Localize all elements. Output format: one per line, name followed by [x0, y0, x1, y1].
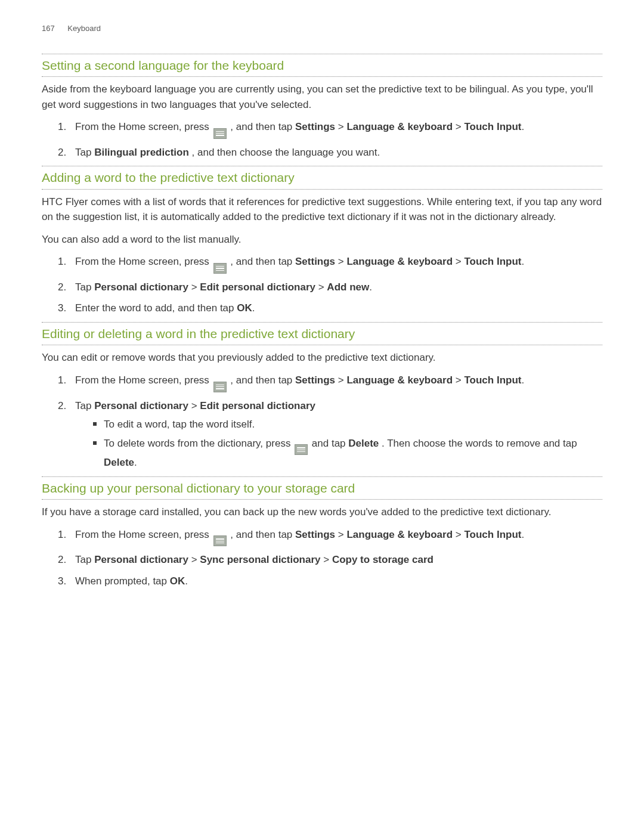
page-header: 167 Keyboard [42, 23, 602, 35]
step-1: From the Home screen, press , and then t… [69, 254, 602, 274]
section-edit-delete-word: Editing or deleting a word in the predic… [42, 322, 602, 470]
copy-to-storage-card-label: Copy to storage card [332, 554, 434, 565]
touch-input-label: Touch Input [464, 374, 521, 386]
step-2: Tap Personal dictionary > Edit personal … [69, 398, 602, 470]
personal-dictionary-label: Personal dictionary [94, 400, 188, 411]
section-heading: Backing up your personal dictionary to y… [42, 476, 602, 500]
period: . [134, 457, 137, 468]
language-keyboard-label: Language & keyboard [346, 121, 453, 132]
step-2: Tap Personal dictionary > Sync personal … [69, 552, 602, 568]
section-second-language: Setting a second language for the keyboa… [42, 54, 602, 160]
bullet-delete-word: To delete words from the dictionary, pre… [93, 436, 602, 470]
text: and tap [312, 438, 348, 449]
steps-list: From the Home screen, press , and then t… [42, 254, 602, 316]
step-1: From the Home screen, press , and then t… [69, 527, 602, 547]
language-keyboard-label: Language & keyboard [346, 529, 453, 540]
menu-icon [213, 382, 227, 392]
text: Tap [75, 400, 94, 411]
touch-input-label: Touch Input [464, 529, 521, 540]
period: . [521, 374, 524, 386]
section-intro: Aside from the keyboard language you are… [42, 82, 602, 112]
separator: > [338, 256, 347, 267]
period: . [252, 302, 255, 314]
ok-label: OK [170, 575, 185, 587]
section-intro-2: You can also add a word to the list manu… [42, 232, 602, 247]
text: Tap [75, 147, 94, 158]
bilingual-prediction-label: Bilingual prediction [94, 147, 189, 158]
text: . Then choose the words to remove and ta… [382, 438, 577, 449]
text: To edit a word, tap the word itself. [104, 419, 255, 430]
text: Tap [75, 281, 94, 293]
separator: > [191, 400, 200, 411]
touch-input-label: Touch Input [464, 256, 521, 267]
ok-label: OK [237, 302, 252, 314]
language-keyboard-label: Language & keyboard [346, 256, 453, 267]
section-intro: If you have a storage card installed, yo… [42, 504, 602, 520]
menu-icon [213, 263, 227, 274]
edit-personal-dictionary-label: Edit personal dictionary [200, 281, 315, 293]
section-heading: Editing or deleting a word in the predic… [42, 322, 602, 346]
period: . [521, 529, 524, 540]
page-number: 167 [42, 24, 55, 33]
delete-label: Delete [348, 438, 379, 449]
step-3: Enter the word to add, and then tap OK. [69, 301, 602, 316]
steps-list: From the Home screen, press , and then t… [42, 119, 602, 160]
separator: > [338, 374, 347, 386]
separator: > [338, 529, 347, 540]
text: , and then choose the language you want. [192, 147, 380, 158]
text: From the Home screen, press [75, 374, 212, 386]
separator: > [456, 256, 465, 267]
text: Tap [75, 554, 94, 565]
menu-icon [213, 535, 227, 546]
sub-bullets: To edit a word, tap the word itself. To … [75, 417, 602, 470]
step-2: Tap Personal dictionary > Edit personal … [69, 280, 602, 295]
step-2: Tap Bilingual prediction , and then choo… [69, 145, 602, 160]
section-backup-dictionary: Backing up your personal dictionary to y… [42, 476, 602, 589]
steps-list: From the Home screen, press , and then t… [42, 527, 602, 589]
step-1: From the Home screen, press , and then t… [69, 119, 602, 139]
settings-label: Settings [295, 121, 335, 132]
add-new-label: Add new [327, 281, 369, 293]
text: From the Home screen, press [75, 121, 212, 132]
separator: > [191, 554, 200, 565]
separator: > [338, 121, 347, 132]
section-intro: HTC Flyer comes with a list of words tha… [42, 194, 602, 225]
period: . [369, 281, 372, 293]
text: , and then tap [230, 374, 295, 386]
language-keyboard-label: Language & keyboard [346, 374, 453, 386]
steps-list: From the Home screen, press , and then t… [42, 373, 602, 470]
personal-dictionary-label: Personal dictionary [94, 554, 188, 565]
text: Enter the word to add, and then tap [75, 302, 237, 314]
touch-input-label: Touch Input [464, 121, 521, 132]
step-3: When prompted, tap OK. [69, 574, 602, 589]
separator: > [323, 554, 332, 565]
bullet-edit-word: To edit a word, tap the word itself. [93, 417, 602, 432]
section-heading: Setting a second language for the keyboa… [42, 54, 602, 78]
text: , and then tap [230, 529, 295, 540]
period: . [185, 575, 188, 587]
text: , and then tap [230, 121, 295, 132]
personal-dictionary-label: Personal dictionary [94, 281, 188, 293]
section-add-word: Adding a word to the predictive text dic… [42, 166, 602, 316]
section-intro: You can edit or remove words that you pr… [42, 350, 602, 366]
separator: > [456, 121, 465, 132]
separator: > [456, 374, 465, 386]
step-1: From the Home screen, press , and then t… [69, 373, 602, 392]
section-heading: Adding a word to the predictive text dic… [42, 166, 602, 190]
edit-personal-dictionary-label: Edit personal dictionary [200, 400, 315, 411]
separator: > [456, 529, 465, 540]
menu-icon [295, 444, 308, 455]
text: From the Home screen, press [75, 529, 212, 540]
delete-label: Delete [104, 457, 134, 468]
header-section-name: Keyboard [67, 24, 101, 33]
text: , and then tap [230, 256, 295, 267]
settings-label: Settings [295, 374, 335, 386]
text: When prompted, tap [75, 575, 170, 587]
settings-label: Settings [295, 256, 335, 267]
menu-icon [213, 128, 227, 139]
period: . [521, 121, 524, 132]
text: To delete words from the dictionary, pre… [104, 438, 293, 449]
separator: > [318, 281, 327, 293]
separator: > [191, 281, 200, 293]
settings-label: Settings [295, 529, 335, 540]
